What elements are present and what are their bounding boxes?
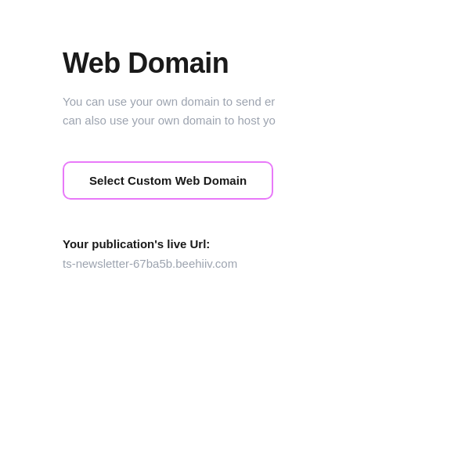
- live-url-value: ts-newsletter-67ba5b.beehiiv.com: [63, 257, 413, 270]
- page-description: You can use your own domain to send er c…: [63, 92, 413, 130]
- live-url-label: Your publication's live Url:: [63, 237, 413, 251]
- description-line-1: You can use your own domain to send er: [63, 95, 275, 108]
- description-line-2: can also use your own domain to host yo: [63, 114, 276, 127]
- select-custom-web-domain-button[interactable]: Select Custom Web Domain: [63, 161, 273, 200]
- page-container: Web Domain You can use your own domain t…: [0, 0, 476, 476]
- page-title: Web Domain: [63, 47, 413, 80]
- live-url-section: Your publication's live Url: ts-newslett…: [63, 237, 413, 270]
